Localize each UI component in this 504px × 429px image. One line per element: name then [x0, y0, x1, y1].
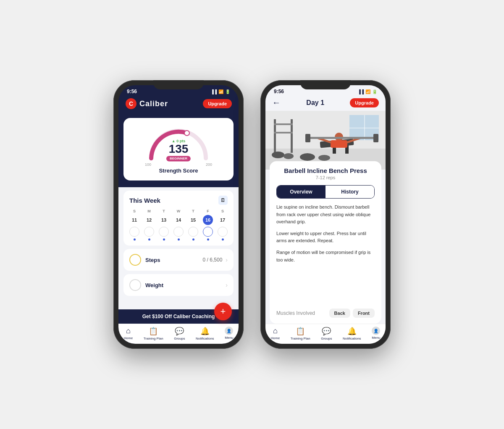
weight-row[interactable]: Weight › [123, 274, 234, 296]
svg-point-12 [272, 152, 284, 158]
avatar-1: 👤 [225, 327, 233, 335]
add-fab[interactable]: + [214, 303, 232, 320]
week-header: This Week 🗓 [129, 196, 228, 205]
svg-rect-20 [331, 140, 347, 148]
phone1-header: C Caliber Upgrade [125, 96, 232, 113]
battery-icon-2: 🔋 [372, 89, 377, 94]
strength-card-wrapper: ▲ 0 pts 135 BEGINNER 100 200 Strength Sc… [118, 118, 239, 187]
gauge-max: 200 [206, 162, 212, 167]
home-icon-2: ⌂ [273, 327, 278, 335]
nav-notif-1[interactable]: 🔔 Notifications [196, 327, 214, 340]
steps-value: 0 / 6,500 [203, 257, 223, 263]
time-2: 9:56 [274, 89, 284, 94]
phone2-screen: 9:56 ▐▐ 📶 🔋 ← Day 1 Upgrade [265, 85, 386, 344]
tab-history[interactable]: History [326, 186, 374, 198]
nav-training-2[interactable]: 📋 Training Plan [291, 327, 310, 340]
upgrade-button-1[interactable]: Upgrade [203, 99, 232, 108]
desc-2: Lower weight to upper chest. Press bar u… [276, 230, 375, 245]
gauge-labels: 100 200 [145, 162, 212, 167]
svg-point-13 [284, 153, 294, 159]
day-col-2: T 13 [159, 209, 169, 241]
notch-1 [153, 80, 204, 89]
steps-arrow: › [226, 256, 228, 263]
signal-icon: ▐▐ [211, 89, 217, 94]
muscles-label: Muscles Involved [276, 310, 315, 316]
tab-bar: Overview History [276, 185, 375, 199]
strength-card: ▲ 0 pts 135 BEGINNER 100 200 Strength Sc… [123, 118, 234, 180]
home-icon-1: ⌂ [126, 327, 131, 335]
gauge-min: 100 [145, 162, 151, 167]
phones-container: 9:56 ▐▐ 📶 🔋 C Caliber [113, 80, 391, 349]
steps-row[interactable]: Steps 0 / 6,500 › [123, 249, 234, 271]
day-col-5: F 16 [203, 209, 213, 241]
day-col-4: T 15 [188, 209, 198, 241]
caliber-logo: C Caliber [125, 98, 168, 110]
weight-arrow: › [226, 282, 228, 288]
phone2-header: ← Day 1 Upgrade [265, 96, 386, 111]
day-col-0: S 11 [129, 209, 139, 241]
exercise-name: Barbell Incline Bench Press [276, 167, 375, 174]
svg-point-15 [318, 155, 330, 161]
back-muscle-btn[interactable]: Back [329, 309, 350, 318]
muscles-buttons: Back Front [329, 309, 375, 318]
steps-label: Steps [145, 257, 160, 263]
nav-menu-2[interactable]: 👤 Menu [372, 327, 380, 340]
gauge-center: ▲ 0 pts 135 BEGINNER [166, 139, 191, 161]
nav-training-1[interactable]: 📋 Training Plan [144, 327, 163, 340]
exercise-reps: 7-12 reps [276, 175, 375, 180]
svg-point-2 [184, 131, 189, 136]
svg-rect-7 [349, 128, 379, 128]
week-title: This Week [129, 197, 160, 204]
groups-icon-1: 💬 [175, 327, 184, 336]
gauge-badge: BEGINNER [166, 156, 191, 161]
weight-left: Weight [129, 279, 163, 291]
nav-home-1[interactable]: ⌂ Home [124, 327, 133, 340]
phone1-screen: 9:56 ▐▐ 📶 🔋 C Caliber [118, 85, 239, 344]
bottom-nav-2: ⌂ Home 📋 Training Plan 💬 Groups 🔔 Notifi… [265, 324, 386, 344]
svg-rect-11 [274, 132, 293, 133]
weight-circle [129, 279, 141, 291]
desc-1: Lie supine on incline bench. Dismount ba… [276, 204, 375, 226]
week-days: S 11 M 12 [129, 209, 228, 241]
svg-rect-23 [307, 137, 375, 139]
gauge-container: ▲ 0 pts 135 BEGINNER [145, 125, 212, 162]
nav-home-2[interactable]: ⌂ Home [271, 327, 280, 340]
exercise-card: Barbell Incline Bench Press 7-12 reps Ov… [270, 161, 381, 324]
muscles-header: Muscles Involved Back Front [276, 309, 375, 318]
notif-icon-1: 🔔 [200, 327, 210, 336]
tab-overview[interactable]: Overview [277, 186, 326, 198]
calendar-icon[interactable]: 🗓 [218, 196, 228, 205]
avatar-2: 👤 [372, 327, 380, 335]
svg-point-14 [300, 153, 315, 161]
steps-circle [129, 254, 141, 266]
app-name: Caliber [139, 99, 168, 108]
training-icon-1: 📋 [149, 327, 158, 336]
nav-groups-2[interactable]: 💬 Groups [321, 327, 332, 340]
exercise-image [265, 111, 386, 170]
nav-notif-2[interactable]: 🔔 Notifications [343, 327, 361, 340]
bottom-nav-1: ⌂ Home 📋 Training Plan 💬 Groups 🔔 Notifi… [118, 324, 239, 344]
groups-icon-2: 💬 [322, 327, 331, 336]
upgrade-button-2[interactable]: Upgrade [350, 98, 379, 107]
status-icons-2: ▐▐ 📶 🔋 [358, 89, 377, 94]
wifi-icon: 📶 [218, 89, 223, 94]
notif-icon-2: 🔔 [347, 327, 357, 336]
day-col-6: S 17 [218, 209, 228, 241]
svg-rect-10 [274, 123, 293, 125]
phone-2: 9:56 ▐▐ 📶 🔋 ← Day 1 Upgrade [260, 80, 391, 349]
status-icons-1: ▐▐ 📶 🔋 [211, 89, 230, 94]
nav-groups-1[interactable]: 💬 Groups [174, 327, 185, 340]
battery-icon: 🔋 [225, 89, 230, 94]
front-muscle-btn[interactable]: Front [353, 309, 375, 318]
strength-title: Strength Score [159, 167, 198, 174]
gauge-num: 135 [166, 143, 191, 155]
day-col-1: M 12 [144, 209, 154, 241]
week-card: This Week 🗓 S 11 M [123, 191, 234, 246]
signal-icon-2: ▐▐ [358, 89, 364, 94]
nav-menu-1[interactable]: 👤 Menu [225, 327, 233, 340]
phone1-scroll: This Week 🗓 S 11 M [118, 187, 239, 309]
day-title: Day 1 [306, 99, 324, 107]
wifi-icon-2: 📶 [365, 89, 370, 94]
back-button[interactable]: ← [272, 98, 281, 107]
svg-rect-25 [373, 134, 378, 142]
